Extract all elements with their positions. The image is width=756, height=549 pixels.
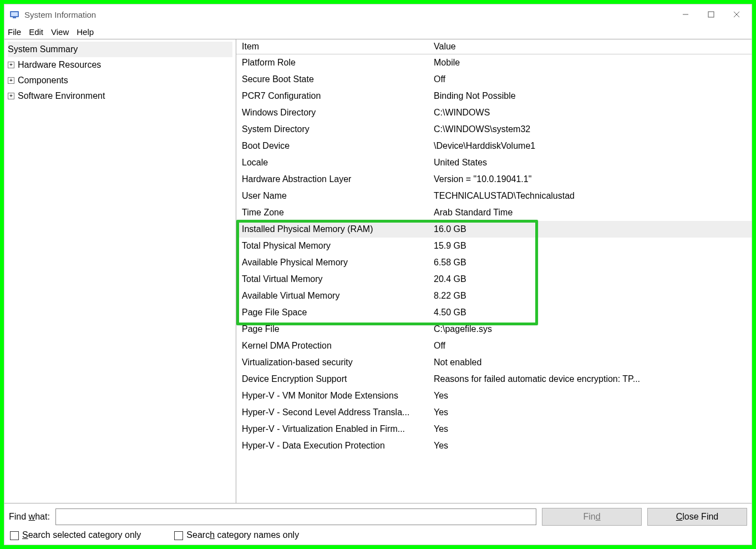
row-item: Windows Directory: [242, 108, 434, 118]
table-row[interactable]: Hyper-V - VM Monitor Mode ExtensionsYes: [236, 387, 752, 404]
table-row[interactable]: Windows DirectoryC:\WINDOWS: [236, 104, 752, 121]
table-row[interactable]: Available Physical Memory6.58 GB: [236, 254, 752, 271]
row-item: Page File Space: [242, 308, 434, 318]
nav-item-label: Hardware Resources: [18, 60, 101, 70]
checkbox-icon: [10, 531, 19, 540]
table-row[interactable]: Page FileC:\pagefile.sys: [236, 321, 752, 338]
table-row[interactable]: Total Virtual Memory20.4 GB: [236, 271, 752, 288]
table-row[interactable]: Virtualization-based securityNot enabled: [236, 354, 752, 371]
menu-bar: File Edit View Help: [4, 24, 752, 39]
row-item: Time Zone: [242, 208, 434, 218]
menu-file[interactable]: File: [8, 27, 21, 37]
row-item: Installed Physical Memory (RAM): [242, 224, 434, 234]
row-value: 8.22 GB: [434, 291, 752, 301]
find-what-label: Find what:: [9, 512, 50, 522]
table-row[interactable]: Hardware Abstraction LayerVersion = "10.…: [236, 171, 752, 188]
column-header-item[interactable]: Item: [242, 42, 434, 52]
svg-rect-1: [11, 12, 18, 16]
window-controls: [673, 6, 749, 23]
row-value: Reasons for failed automatic device encr…: [434, 374, 752, 384]
nav-item-label: Components: [18, 75, 68, 85]
menu-help[interactable]: Help: [77, 27, 94, 37]
row-value: TECHNICALUSTAD\Technicalustad: [434, 191, 752, 201]
row-item: Hyper-V - Virtualization Enabled in Firm…: [242, 424, 434, 434]
list-header[interactable]: Item Value: [236, 39, 752, 54]
expand-icon[interactable]: +: [8, 62, 14, 68]
row-value: C:\pagefile.sys: [434, 324, 752, 334]
table-row[interactable]: Time ZoneArab Standard Time: [236, 204, 752, 221]
content-area: System Summary+Hardware Resources+Compon…: [4, 39, 752, 503]
table-row[interactable]: Device Encryption SupportReasons for fai…: [236, 371, 752, 387]
row-item: Available Virtual Memory: [242, 291, 434, 301]
search-selected-category-only-checkbox[interactable]: Search selected category only: [10, 530, 141, 540]
nav-item-label: System Summary: [8, 44, 78, 54]
maximize-button[interactable]: [698, 6, 724, 23]
details-pane: Item Value Platform RoleMobileSecure Boo…: [236, 39, 752, 503]
details-list[interactable]: Platform RoleMobileSecure Boot StateOffP…: [236, 54, 752, 503]
table-row[interactable]: User NameTECHNICALUSTAD\Technicalustad: [236, 188, 752, 204]
close-button[interactable]: [724, 6, 749, 23]
table-row[interactable]: Total Physical Memory15.9 GB: [236, 238, 752, 254]
row-value: 6.58 GB: [434, 258, 752, 268]
table-row[interactable]: Platform RoleMobile: [236, 54, 752, 71]
table-row[interactable]: LocaleUnited States: [236, 154, 752, 171]
search-category-names-only-checkbox[interactable]: Search category names only: [174, 530, 299, 540]
table-row[interactable]: Available Virtual Memory8.22 GB: [236, 288, 752, 304]
row-item: Total Physical Memory: [242, 241, 434, 251]
nav-item-components[interactable]: +Components: [8, 73, 232, 88]
row-item: Boot Device: [242, 141, 434, 151]
row-value: United States: [434, 158, 752, 168]
table-row[interactable]: Hyper-V - Virtualization Enabled in Firm…: [236, 421, 752, 437]
table-row[interactable]: Boot Device\Device\HarddiskVolume1: [236, 138, 752, 154]
expand-icon[interactable]: +: [8, 77, 14, 84]
find-input[interactable]: [55, 508, 536, 525]
find-bar: Find what: Find Close Find Search select…: [4, 503, 752, 545]
table-row[interactable]: System DirectoryC:\WINDOWS\system32: [236, 121, 752, 138]
table-row[interactable]: Hyper-V - Second Level Address Transla..…: [236, 404, 752, 421]
nav-item-hardware-resources[interactable]: +Hardware Resources: [8, 57, 232, 73]
menu-edit[interactable]: Edit: [29, 27, 43, 37]
table-row[interactable]: Installed Physical Memory (RAM)16.0 GB: [236, 221, 752, 238]
row-value: Yes: [434, 424, 752, 434]
table-row[interactable]: Hyper-V - Data Execution ProtectionYes: [236, 437, 752, 454]
row-item: Hyper-V - Second Level Address Transla..…: [242, 407, 434, 417]
row-value: 20.4 GB: [434, 274, 752, 284]
row-value: Binding Not Possible: [434, 91, 752, 101]
menu-view[interactable]: View: [51, 27, 69, 37]
expand-icon[interactable]: +: [8, 93, 14, 99]
window-title: System Information: [24, 10, 673, 19]
row-item: Page File: [242, 324, 434, 334]
nav-item-system-summary[interactable]: System Summary: [8, 42, 232, 57]
row-value: Not enabled: [434, 357, 752, 367]
row-item: Device Encryption Support: [242, 374, 434, 384]
row-value: 16.0 GB: [434, 224, 752, 234]
row-value: Version = "10.0.19041.1": [434, 174, 752, 184]
close-find-button[interactable]: Close Find: [647, 508, 747, 526]
column-header-value[interactable]: Value: [434, 42, 752, 52]
row-item: System Directory: [242, 124, 434, 134]
row-item: Locale: [242, 158, 434, 168]
row-item: Hardware Abstraction Layer: [242, 174, 434, 184]
row-value: Off: [434, 341, 752, 351]
row-item: User Name: [242, 191, 434, 201]
row-value: Arab Standard Time: [434, 208, 752, 218]
navigation-tree[interactable]: System Summary+Hardware Resources+Compon…: [4, 39, 236, 503]
find-button[interactable]: Find: [542, 508, 642, 526]
checkbox-icon: [174, 531, 183, 540]
row-value: \Device\HarddiskVolume1: [434, 141, 752, 151]
row-value: Yes: [434, 391, 752, 401]
minimize-button[interactable]: [673, 6, 698, 23]
row-item: PCR7 Configuration: [242, 91, 434, 101]
row-item: Hyper-V - Data Execution Protection: [242, 441, 434, 451]
svg-rect-2: [13, 17, 16, 18]
row-item: Hyper-V - VM Monitor Mode Extensions: [242, 391, 434, 401]
nav-item-software-environment[interactable]: +Software Environment: [8, 88, 232, 104]
table-row[interactable]: Page File Space4.50 GB: [236, 304, 752, 321]
table-row[interactable]: PCR7 ConfigurationBinding Not Possible: [236, 88, 752, 104]
table-row[interactable]: Secure Boot StateOff: [236, 71, 752, 88]
row-item: Virtualization-based security: [242, 357, 434, 367]
table-row[interactable]: Kernel DMA ProtectionOff: [236, 338, 752, 354]
title-bar[interactable]: System Information: [4, 4, 752, 24]
row-item: Available Physical Memory: [242, 258, 434, 268]
row-item: Platform Role: [242, 58, 434, 68]
